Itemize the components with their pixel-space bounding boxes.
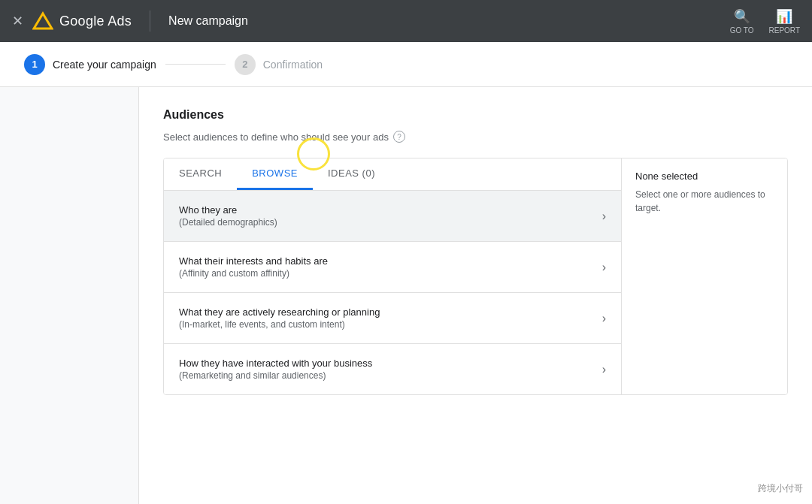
section-subtitle-text: Select audiences to define who should se… — [163, 131, 389, 143]
audience-item-text-3: What they are actively researching or pl… — [179, 306, 602, 330]
left-sidebar — [0, 87, 139, 504]
audience-item-title-2: What their interests and habits are — [179, 255, 602, 267]
help-icon[interactable]: ? — [393, 131, 405, 143]
step-2-number: 2 — [235, 54, 256, 75]
topbar-divider — [150, 11, 150, 32]
report-icon: 📊 — [776, 8, 792, 25]
audiences-right-side: None selected Select one or more audienc… — [622, 158, 787, 394]
watermark: 跨境小付哥 — [758, 482, 803, 495]
none-selected-label: None selected — [635, 171, 774, 182]
section-subtitle: Select audiences to define who should se… — [163, 131, 788, 143]
stepper-bar: 1 Create your campaign 2 Confirmation — [0, 42, 812, 87]
audience-tabs: SEARCH BROWSE IDEAS (0) — [164, 158, 621, 191]
audience-item-title-3: What they are actively researching or pl… — [179, 306, 602, 318]
audience-item-subtitle-4: (Remarketing and similar audiences) — [179, 370, 602, 381]
audience-item-title-1: Who they are — [179, 204, 602, 216]
goto-label: GO TO — [730, 26, 754, 35]
goto-button[interactable]: 🔍 GO TO — [730, 8, 754, 35]
chevron-right-icon-3: › — [602, 312, 606, 325]
campaign-title: New campaign — [168, 14, 248, 28]
tab-browse[interactable]: BROWSE — [237, 158, 313, 190]
chevron-right-icon-1: › — [602, 210, 606, 223]
none-selected-hint: Select one or more audiences to target. — [635, 188, 774, 215]
step-2-label: Confirmation — [263, 59, 323, 71]
step-2: 2 Confirmation — [235, 54, 323, 75]
audience-item-subtitle-3: (In-market, life events, and custom inte… — [179, 319, 602, 330]
topbar: ✕ Google Ads New campaign 🔍 GO TO 📊 REPO… — [0, 0, 812, 42]
audience-item-text-4: How they have interacted with your busin… — [179, 358, 602, 381]
svg-marker-0 — [34, 14, 52, 29]
close-button[interactable]: ✕ — [12, 13, 23, 29]
topbar-actions: 🔍 GO TO 📊 REPORT — [730, 8, 800, 35]
main-layout: Audiences Select audiences to define who… — [0, 87, 812, 504]
audience-item-title-4: How they have interacted with your busin… — [179, 358, 602, 369]
goto-icon: 🔍 — [734, 8, 750, 25]
audience-item-interests[interactable]: What their interests and habits are (Aff… — [164, 242, 621, 293]
audience-item-subtitle-2: (Affinity and custom affinity) — [179, 268, 602, 279]
audience-item-who-they-are[interactable]: Who they are (Detailed demographics) › — [164, 191, 621, 242]
audience-item-text-2: What their interests and habits are (Aff… — [179, 255, 602, 279]
chevron-right-icon-4: › — [602, 363, 606, 376]
step-1: 1 Create your campaign — [24, 54, 156, 75]
audience-item-text-1: Who they are (Detailed demographics) — [179, 204, 602, 228]
step-1-number: 1 — [24, 54, 45, 75]
audience-item-researching[interactable]: What they are actively researching or pl… — [164, 293, 621, 344]
tab-search[interactable]: SEARCH — [164, 158, 237, 190]
report-label: REPORT — [769, 26, 801, 35]
audience-item-interacted[interactable]: How they have interacted with your busin… — [164, 344, 621, 394]
tab-ideas[interactable]: IDEAS (0) — [313, 158, 390, 190]
section-title: Audiences — [163, 108, 788, 122]
brand-name: Google Ads — [59, 14, 132, 29]
content-area: Audiences Select audiences to define who… — [139, 87, 812, 504]
step-1-label: Create your campaign — [53, 59, 156, 71]
report-button[interactable]: 📊 REPORT — [769, 8, 801, 35]
audience-item-subtitle-1: (Detailed demographics) — [179, 217, 602, 228]
audiences-panel: SEARCH BROWSE IDEAS (0) Who they are (De… — [163, 158, 788, 395]
google-ads-logo-icon — [32, 11, 53, 32]
chevron-right-icon-2: › — [602, 261, 606, 274]
audiences-list-side: SEARCH BROWSE IDEAS (0) Who they are (De… — [164, 158, 622, 394]
google-ads-logo: Google Ads — [32, 11, 132, 32]
step-connector — [165, 64, 226, 65]
